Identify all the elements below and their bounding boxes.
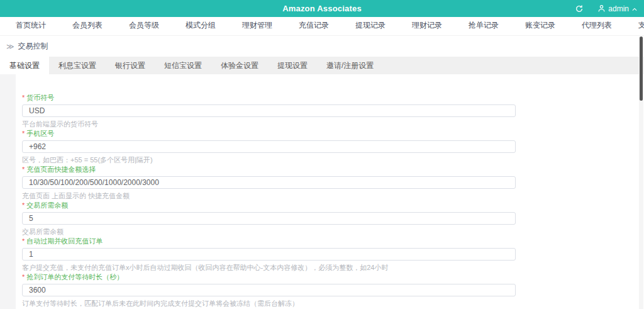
chevron-up-icon bbox=[631, 6, 638, 12]
main-nav: 首页统计 会员列表 会员等级 模式分组 理财管理 充值记录 提现记录 理财记录 … bbox=[0, 17, 644, 36]
scrollbar-thumb[interactable] bbox=[640, 37, 643, 101]
nav-item[interactable]: 理财记录 bbox=[399, 17, 455, 35]
field-label-text: 自动过期并收回充值订单 bbox=[26, 237, 103, 245]
settings-tab[interactable]: 提现设置 bbox=[268, 57, 317, 74]
nav-item[interactable]: 模式分组 bbox=[172, 17, 229, 35]
field-input[interactable] bbox=[22, 104, 516, 117]
field-input[interactable] bbox=[22, 140, 516, 153]
settings-tab[interactable]: 基础设置 bbox=[0, 57, 49, 74]
page: Amazon Associates admin bbox=[0, 0, 644, 309]
nav-item[interactable]: 会员列表 bbox=[59, 17, 116, 35]
field-label: *充值页面快捷金额选择 bbox=[22, 165, 644, 174]
refresh-icon[interactable] bbox=[575, 4, 584, 13]
required-asterisk: * bbox=[22, 94, 25, 101]
field-label-text: 手机区号 bbox=[26, 130, 54, 137]
field-input[interactable] bbox=[22, 176, 516, 189]
field-input[interactable] bbox=[22, 284, 516, 296]
settings-tab[interactable]: 银行设置 bbox=[106, 57, 155, 74]
required-asterisk: * bbox=[22, 166, 25, 173]
field-label: *货币符号 bbox=[22, 93, 644, 102]
breadcrumb-separator-icon: ≫ bbox=[6, 42, 14, 51]
required-asterisk: * bbox=[22, 237, 25, 245]
nav-item[interactable]: 支付接口 bbox=[625, 17, 644, 35]
settings-tab[interactable]: 邀请/注册设置 bbox=[317, 57, 383, 74]
field-label: *交易所需余额 bbox=[22, 201, 644, 210]
field-help-text: 区号，如巴西：+55 = 55(多个区号用|隔开) bbox=[22, 155, 644, 164]
nav-item[interactable]: 理财管理 bbox=[229, 17, 286, 35]
field-label-text: 交易所需余额 bbox=[26, 201, 68, 209]
app-header: Amazon Associates admin bbox=[0, 0, 644, 17]
settings-tab[interactable]: 利息宝设置 bbox=[49, 57, 106, 74]
form-field: *自动过期并收回充值订单 客户提交充值，未支付的充值订单x小时后自动过期收回（收… bbox=[22, 237, 644, 272]
settings-form: *货币符号 平台前端显示的货币符号 *手机区号 区号，如巴西：+55 = 55(… bbox=[16, 74, 644, 309]
header-right-controls: admin bbox=[575, 0, 638, 17]
user-menu[interactable]: admin bbox=[597, 4, 638, 13]
nav-item[interactable]: 代理列表 bbox=[569, 17, 625, 35]
form-field: *抢到订单的支付等待时长（秒） 订单支付等待时长，匹配订单后未在此时间内完成支付… bbox=[22, 272, 644, 308]
field-label: *手机区号 bbox=[22, 129, 644, 138]
form-field: *充值页面快捷金额选择 充值页面 上面显示的 快捷充值金额 bbox=[22, 165, 644, 200]
field-input[interactable] bbox=[22, 212, 516, 225]
content-area: *货币符号 平台前端显示的货币符号 *手机区号 区号，如巴西：+55 = 55(… bbox=[0, 74, 644, 309]
settings-tabbar: 基础设置 利息宝设置 银行设置 短信宝设置 体验金设置 提现设置 邀请/注册设置 bbox=[0, 57, 644, 74]
field-label: *抢到订单的支付等待时长（秒） bbox=[22, 272, 644, 281]
form-field: *交易所需余额 交易所需余额 bbox=[22, 201, 644, 236]
left-gutter bbox=[0, 74, 16, 309]
app-title: Amazon Associates bbox=[282, 4, 362, 13]
required-asterisk: * bbox=[22, 273, 25, 281]
field-label-text: 抢到订单的支付等待时长（秒） bbox=[26, 273, 123, 281]
form-field: *手机区号 区号，如巴西：+55 = 55(多个区号用|隔开) bbox=[22, 129, 644, 164]
username: admin bbox=[608, 4, 629, 13]
settings-tab[interactable]: 短信宝设置 bbox=[155, 57, 211, 74]
field-label-text: 货币符号 bbox=[26, 94, 54, 101]
field-label: *自动过期并收回充值订单 bbox=[22, 237, 644, 245]
breadcrumb: ≫ 交易控制 bbox=[0, 36, 644, 57]
form-field: *货币符号 平台前端显示的货币符号 bbox=[22, 93, 644, 128]
field-input[interactable] bbox=[22, 248, 516, 261]
field-help-text: 充值页面 上面显示的 快捷充值金额 bbox=[22, 191, 644, 200]
breadcrumb-label: 交易控制 bbox=[18, 41, 48, 52]
nav-item[interactable]: 充值记录 bbox=[286, 17, 342, 35]
field-label-text: 充值页面快捷金额选择 bbox=[26, 166, 96, 173]
settings-tab[interactable]: 体验金设置 bbox=[211, 57, 268, 74]
nav-item[interactable]: 提现记录 bbox=[342, 17, 399, 35]
nav-item[interactable]: 会员等级 bbox=[116, 17, 172, 35]
field-help-text: 客户提交充值，未支付的充值订单x小时后自动过期收回（收回内容在帮助中心-文本内容… bbox=[22, 263, 644, 272]
nav-item[interactable]: 账变记录 bbox=[512, 17, 569, 35]
required-asterisk: * bbox=[22, 201, 25, 209]
field-help-text: 订单支付等待时长，匹配订单后未在此时间内完成支付提交订单将会被冻结（需后台解冻） bbox=[22, 299, 644, 308]
nav-item[interactable]: 首页统计 bbox=[3, 17, 59, 35]
required-asterisk: * bbox=[22, 130, 25, 137]
user-icon bbox=[597, 4, 606, 13]
vertical-scrollbar bbox=[639, 37, 643, 309]
nav-item[interactable]: 抢单记录 bbox=[455, 17, 512, 35]
field-help-text: 交易所需余额 bbox=[22, 227, 644, 236]
field-help-text: 平台前端显示的货币符号 bbox=[22, 120, 644, 128]
